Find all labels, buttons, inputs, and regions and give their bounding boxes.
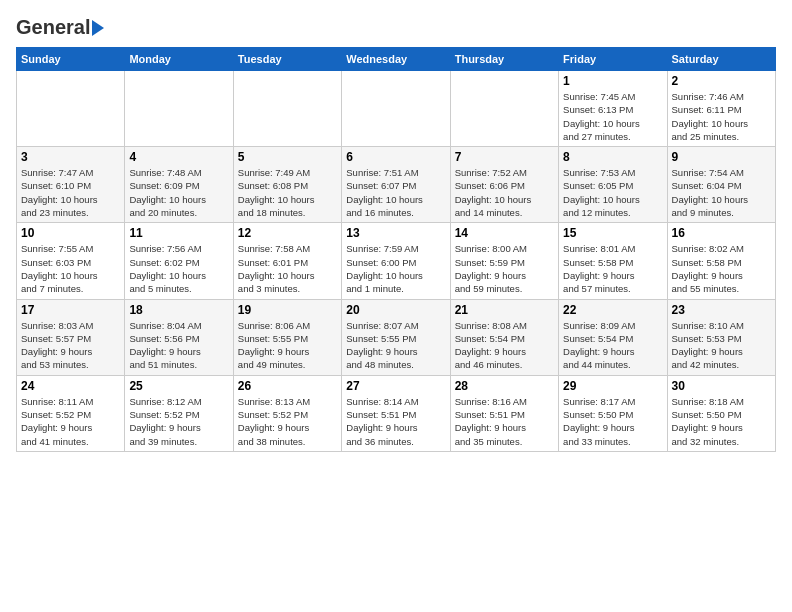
- day-number: 10: [21, 226, 120, 240]
- day-number: 18: [129, 303, 228, 317]
- day-info: Sunrise: 7:54 AM Sunset: 6:04 PM Dayligh…: [672, 166, 771, 219]
- day-info: Sunrise: 8:16 AM Sunset: 5:51 PM Dayligh…: [455, 395, 554, 448]
- day-number: 8: [563, 150, 662, 164]
- calendar-cell: 8Sunrise: 7:53 AM Sunset: 6:05 PM Daylig…: [559, 147, 667, 223]
- day-number: 13: [346, 226, 445, 240]
- day-info: Sunrise: 7:48 AM Sunset: 6:09 PM Dayligh…: [129, 166, 228, 219]
- header-day-saturday: Saturday: [667, 48, 775, 71]
- calendar-cell: 15Sunrise: 8:01 AM Sunset: 5:58 PM Dayli…: [559, 223, 667, 299]
- calendar-cell: 23Sunrise: 8:10 AM Sunset: 5:53 PM Dayli…: [667, 299, 775, 375]
- day-info: Sunrise: 8:08 AM Sunset: 5:54 PM Dayligh…: [455, 319, 554, 372]
- calendar-table: SundayMondayTuesdayWednesdayThursdayFrid…: [16, 47, 776, 452]
- logo: General: [16, 16, 104, 39]
- day-number: 16: [672, 226, 771, 240]
- calendar-cell: [125, 71, 233, 147]
- day-number: 22: [563, 303, 662, 317]
- day-info: Sunrise: 8:01 AM Sunset: 5:58 PM Dayligh…: [563, 242, 662, 295]
- calendar-cell: 26Sunrise: 8:13 AM Sunset: 5:52 PM Dayli…: [233, 375, 341, 451]
- day-number: 24: [21, 379, 120, 393]
- calendar-cell: 6Sunrise: 7:51 AM Sunset: 6:07 PM Daylig…: [342, 147, 450, 223]
- day-info: Sunrise: 8:09 AM Sunset: 5:54 PM Dayligh…: [563, 319, 662, 372]
- day-number: 5: [238, 150, 337, 164]
- calendar-cell: 7Sunrise: 7:52 AM Sunset: 6:06 PM Daylig…: [450, 147, 558, 223]
- calendar-cell: 25Sunrise: 8:12 AM Sunset: 5:52 PM Dayli…: [125, 375, 233, 451]
- day-number: 6: [346, 150, 445, 164]
- day-info: Sunrise: 8:11 AM Sunset: 5:52 PM Dayligh…: [21, 395, 120, 448]
- day-info: Sunrise: 7:49 AM Sunset: 6:08 PM Dayligh…: [238, 166, 337, 219]
- calendar-cell: 11Sunrise: 7:56 AM Sunset: 6:02 PM Dayli…: [125, 223, 233, 299]
- calendar-cell: 30Sunrise: 8:18 AM Sunset: 5:50 PM Dayli…: [667, 375, 775, 451]
- calendar-cell: 5Sunrise: 7:49 AM Sunset: 6:08 PM Daylig…: [233, 147, 341, 223]
- calendar-cell: [450, 71, 558, 147]
- day-info: Sunrise: 7:53 AM Sunset: 6:05 PM Dayligh…: [563, 166, 662, 219]
- calendar-cell: 10Sunrise: 7:55 AM Sunset: 6:03 PM Dayli…: [17, 223, 125, 299]
- calendar-cell: 24Sunrise: 8:11 AM Sunset: 5:52 PM Dayli…: [17, 375, 125, 451]
- calendar-cell: 3Sunrise: 7:47 AM Sunset: 6:10 PM Daylig…: [17, 147, 125, 223]
- calendar-cell: 4Sunrise: 7:48 AM Sunset: 6:09 PM Daylig…: [125, 147, 233, 223]
- day-number: 2: [672, 74, 771, 88]
- calendar-cell: 28Sunrise: 8:16 AM Sunset: 5:51 PM Dayli…: [450, 375, 558, 451]
- day-number: 15: [563, 226, 662, 240]
- calendar-cell: 19Sunrise: 8:06 AM Sunset: 5:55 PM Dayli…: [233, 299, 341, 375]
- day-number: 11: [129, 226, 228, 240]
- day-number: 17: [21, 303, 120, 317]
- header-day-monday: Monday: [125, 48, 233, 71]
- calendar-cell: 17Sunrise: 8:03 AM Sunset: 5:57 PM Dayli…: [17, 299, 125, 375]
- header-day-sunday: Sunday: [17, 48, 125, 71]
- day-number: 25: [129, 379, 228, 393]
- calendar-week-row: 24Sunrise: 8:11 AM Sunset: 5:52 PM Dayli…: [17, 375, 776, 451]
- calendar-cell: 12Sunrise: 7:58 AM Sunset: 6:01 PM Dayli…: [233, 223, 341, 299]
- day-info: Sunrise: 7:58 AM Sunset: 6:01 PM Dayligh…: [238, 242, 337, 295]
- day-info: Sunrise: 7:46 AM Sunset: 6:11 PM Dayligh…: [672, 90, 771, 143]
- calendar-cell: 1Sunrise: 7:45 AM Sunset: 6:13 PM Daylig…: [559, 71, 667, 147]
- day-info: Sunrise: 8:17 AM Sunset: 5:50 PM Dayligh…: [563, 395, 662, 448]
- logo-arrow-icon: [92, 20, 104, 36]
- day-number: 3: [21, 150, 120, 164]
- calendar-cell: 2Sunrise: 7:46 AM Sunset: 6:11 PM Daylig…: [667, 71, 775, 147]
- day-info: Sunrise: 7:55 AM Sunset: 6:03 PM Dayligh…: [21, 242, 120, 295]
- day-number: 1: [563, 74, 662, 88]
- day-number: 21: [455, 303, 554, 317]
- calendar-cell: 29Sunrise: 8:17 AM Sunset: 5:50 PM Dayli…: [559, 375, 667, 451]
- day-info: Sunrise: 8:03 AM Sunset: 5:57 PM Dayligh…: [21, 319, 120, 372]
- day-info: Sunrise: 7:47 AM Sunset: 6:10 PM Dayligh…: [21, 166, 120, 219]
- day-info: Sunrise: 8:12 AM Sunset: 5:52 PM Dayligh…: [129, 395, 228, 448]
- day-number: 23: [672, 303, 771, 317]
- header-day-wednesday: Wednesday: [342, 48, 450, 71]
- header: General: [16, 16, 776, 39]
- day-number: 27: [346, 379, 445, 393]
- calendar-week-row: 3Sunrise: 7:47 AM Sunset: 6:10 PM Daylig…: [17, 147, 776, 223]
- day-info: Sunrise: 7:51 AM Sunset: 6:07 PM Dayligh…: [346, 166, 445, 219]
- calendar-cell: 9Sunrise: 7:54 AM Sunset: 6:04 PM Daylig…: [667, 147, 775, 223]
- calendar-week-row: 17Sunrise: 8:03 AM Sunset: 5:57 PM Dayli…: [17, 299, 776, 375]
- day-number: 26: [238, 379, 337, 393]
- day-number: 7: [455, 150, 554, 164]
- calendar-week-row: 10Sunrise: 7:55 AM Sunset: 6:03 PM Dayli…: [17, 223, 776, 299]
- header-day-tuesday: Tuesday: [233, 48, 341, 71]
- day-info: Sunrise: 8:04 AM Sunset: 5:56 PM Dayligh…: [129, 319, 228, 372]
- day-number: 30: [672, 379, 771, 393]
- calendar-header-row: SundayMondayTuesdayWednesdayThursdayFrid…: [17, 48, 776, 71]
- calendar-cell: 27Sunrise: 8:14 AM Sunset: 5:51 PM Dayli…: [342, 375, 450, 451]
- day-info: Sunrise: 8:14 AM Sunset: 5:51 PM Dayligh…: [346, 395, 445, 448]
- day-info: Sunrise: 8:07 AM Sunset: 5:55 PM Dayligh…: [346, 319, 445, 372]
- calendar-week-row: 1Sunrise: 7:45 AM Sunset: 6:13 PM Daylig…: [17, 71, 776, 147]
- day-info: Sunrise: 7:59 AM Sunset: 6:00 PM Dayligh…: [346, 242, 445, 295]
- day-number: 9: [672, 150, 771, 164]
- day-info: Sunrise: 8:10 AM Sunset: 5:53 PM Dayligh…: [672, 319, 771, 372]
- calendar-cell: [233, 71, 341, 147]
- day-info: Sunrise: 7:45 AM Sunset: 6:13 PM Dayligh…: [563, 90, 662, 143]
- day-info: Sunrise: 8:06 AM Sunset: 5:55 PM Dayligh…: [238, 319, 337, 372]
- day-info: Sunrise: 8:02 AM Sunset: 5:58 PM Dayligh…: [672, 242, 771, 295]
- header-day-friday: Friday: [559, 48, 667, 71]
- calendar-cell: 18Sunrise: 8:04 AM Sunset: 5:56 PM Dayli…: [125, 299, 233, 375]
- header-day-thursday: Thursday: [450, 48, 558, 71]
- calendar-cell: 20Sunrise: 8:07 AM Sunset: 5:55 PM Dayli…: [342, 299, 450, 375]
- day-info: Sunrise: 7:56 AM Sunset: 6:02 PM Dayligh…: [129, 242, 228, 295]
- logo-general-text: General: [16, 16, 90, 39]
- calendar-cell: [17, 71, 125, 147]
- day-number: 28: [455, 379, 554, 393]
- day-number: 29: [563, 379, 662, 393]
- calendar-cell: [342, 71, 450, 147]
- calendar-cell: 16Sunrise: 8:02 AM Sunset: 5:58 PM Dayli…: [667, 223, 775, 299]
